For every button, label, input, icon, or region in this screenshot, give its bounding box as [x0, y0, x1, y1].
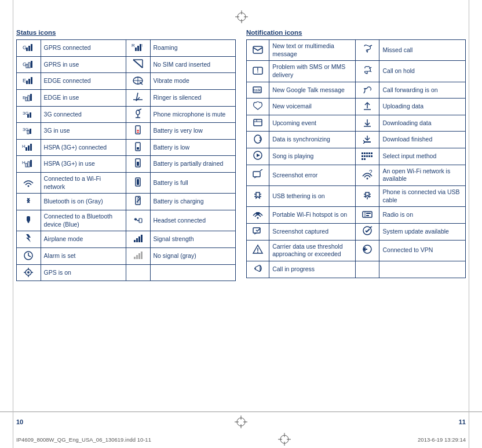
- label-cell: Data is synchronizing: [269, 132, 356, 148]
- crosshair-bottom: [235, 416, 247, 428]
- svg-point-69: [135, 218, 137, 220]
- svg-rect-111: [368, 152, 370, 154]
- icon-cell: [17, 173, 41, 194]
- svg-rect-15: [26, 64, 28, 68]
- svg-rect-68: [139, 218, 142, 223]
- page-num-left: 10: [16, 418, 23, 425]
- svg-rect-139: [366, 215, 369, 216]
- svg-rect-113: [362, 155, 363, 157]
- footer-bottom: IP4609_8008W_QG_Eng_USA_06_130619.indd 1…: [0, 431, 482, 448]
- icon-cell: [355, 148, 379, 165]
- label-cell: Downloading data: [379, 115, 466, 132]
- svg-rect-112: [371, 152, 373, 154]
- label-cell: Uploading data: [379, 99, 466, 115]
- table-row: Carrier data use threshold approaching o…: [247, 240, 466, 261]
- svg-rect-117: [371, 155, 373, 157]
- table-row: Upcoming event Downloading data: [247, 115, 466, 132]
- svg-rect-70: [134, 240, 136, 242]
- label-cell: Missed call: [379, 40, 466, 61]
- page-container: Status icons G GPRS connected R↑ Roaming: [0, 0, 482, 448]
- svg-text:↑: ↑: [141, 43, 143, 48]
- label-cell: Screenshot error: [269, 165, 356, 185]
- svg-rect-48: [137, 130, 139, 131]
- svg-rect-71: [136, 238, 138, 242]
- svg-line-122: [260, 169, 262, 171]
- svg-rect-6: [26, 48, 28, 51]
- label-cell: Battery is full: [150, 173, 235, 194]
- svg-rect-54: [137, 147, 139, 150]
- label-cell: Connected to a Wi-Fi network: [41, 173, 126, 194]
- icon-cell: [355, 40, 379, 61]
- icon-cell: [355, 223, 379, 240]
- svg-rect-11: [137, 46, 139, 51]
- svg-text:H: H: [22, 160, 25, 165]
- icon-cell: [247, 132, 269, 148]
- svg-rect-67: [27, 216, 30, 221]
- table-row: G GPRS connected R↑ Roaming: [17, 40, 236, 57]
- label-cell: Select input method: [379, 148, 466, 165]
- svg-rect-73: [141, 235, 143, 242]
- label-cell: Airplane mode: [41, 231, 126, 248]
- label-cell: Song is playing: [269, 148, 356, 165]
- svg-text:R: R: [132, 43, 135, 48]
- svg-rect-24: [31, 77, 32, 84]
- icon-cell: [126, 264, 150, 281]
- page-footer: 10 11: [0, 411, 482, 431]
- icon-cell: H: [17, 156, 41, 173]
- label-cell: GPRS connected: [41, 40, 126, 57]
- label-cell: Download finished: [379, 132, 466, 148]
- label-cell: New voicemail: [269, 99, 356, 115]
- svg-rect-136: [363, 212, 372, 217]
- svg-line-76: [28, 256, 31, 257]
- label-cell: EDGE connected: [41, 73, 126, 90]
- svg-rect-109: [364, 152, 366, 154]
- svg-line-18: [133, 60, 143, 68]
- status-table: G GPRS connected R↑ Roaming G GPRS in us…: [16, 39, 236, 281]
- status-title: Status icons: [16, 29, 236, 36]
- svg-marker-107: [257, 154, 260, 157]
- svg-rect-79: [138, 253, 140, 259]
- table-row: Data is synchronizing Download finished: [247, 132, 466, 148]
- svg-point-82: [27, 271, 30, 274]
- icon-cell: [126, 89, 150, 106]
- table-row: Song is playing Select input method: [247, 148, 466, 165]
- svg-line-143: [370, 227, 372, 228]
- icon-cell: [247, 207, 269, 224]
- svg-text:H: H: [22, 144, 25, 149]
- label-cell: New Google Talk message: [269, 82, 356, 99]
- table-row: New voicemail Uploading data: [247, 99, 466, 115]
- label-cell: Call in progress: [269, 261, 356, 278]
- table-row: H HSPA (3G+) in use Battery is partially…: [17, 156, 236, 173]
- page-num-right: 11: [459, 418, 466, 425]
- label-cell: System update available: [379, 223, 466, 240]
- svg-rect-118: [362, 158, 363, 160]
- label-cell: Vibrate mode: [150, 73, 235, 90]
- svg-text:3G: 3G: [23, 127, 29, 132]
- crosshair-top: [235, 10, 247, 22]
- icon-cell: [247, 240, 269, 261]
- svg-point-134: [257, 217, 259, 219]
- svg-text:!: !: [257, 67, 258, 74]
- label-cell: Portable Wi-Fi hotspot is on: [269, 207, 356, 224]
- icon-cell: H: [17, 139, 41, 156]
- table-row: Airplane mode Signal strength: [17, 231, 236, 248]
- icon-cell: [17, 194, 41, 210]
- svg-point-39: [136, 110, 140, 115]
- icon-cell: [355, 186, 379, 207]
- svg-rect-22: [26, 81, 28, 84]
- label-cell: Phone microphone is mute: [150, 106, 235, 123]
- svg-text:G: G: [23, 45, 27, 50]
- notification-section: Notification icons New text or multimedi…: [246, 29, 466, 401]
- icon-cell: [355, 99, 379, 115]
- table-row: Screenshot captured System update availa…: [247, 223, 466, 240]
- svg-rect-47: [137, 132, 139, 133]
- icon-cell: [355, 261, 379, 278]
- icon-cell: [247, 115, 269, 132]
- label-cell: 3G in use: [41, 123, 126, 140]
- label-cell: GPRS in use: [41, 56, 126, 73]
- icon-cell: [126, 123, 150, 140]
- label-cell: EDGE in use: [41, 89, 126, 106]
- icon-cell: [247, 261, 269, 278]
- crosshair-footer: [278, 433, 291, 446]
- icon-cell: [126, 231, 150, 248]
